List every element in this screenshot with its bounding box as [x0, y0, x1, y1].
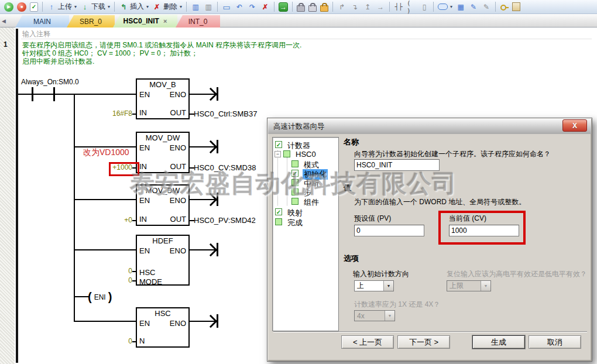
checkbox-checked[interactable]: ✓ [275, 141, 282, 148]
tab-sbr0[interactable]: SBR_0 [67, 15, 115, 28]
close-icon[interactable]: × [163, 18, 167, 25]
operand-value[interactable]: 0 [101, 267, 132, 275]
chevron-down-icon[interactable]: ▼ [383, 281, 393, 291]
checkbox-empty[interactable] [291, 198, 298, 205]
branch-down-icon: ↴ [350, 2, 359, 12]
contact-symbol[interactable] [32, 87, 33, 101]
insert-box-button[interactable]: ▯ [418, 1, 431, 13]
chevron-down-icon[interactable]: ▾ [146, 4, 149, 9]
insert-coil-button[interactable]: ( ) [405, 1, 418, 13]
tab-scroll-left-button[interactable]: ◀ [2, 18, 6, 24]
checkbox-checked[interactable]: ✓ [275, 208, 282, 215]
tab-main[interactable]: MAIN [15, 15, 69, 28]
delete-button[interactable]: ✗删除▾ [150, 1, 184, 13]
add-password-button[interactable] [318, 1, 330, 13]
close-icon: X [572, 122, 577, 130]
network-number: 1 [4, 40, 8, 49]
reset-combobox: 上限 ▼ [447, 280, 491, 291]
cancel-button[interactable]: 取消 [529, 335, 581, 349]
operand-value[interactable]: 16#F8 [101, 109, 132, 118]
tab-int0[interactable]: INT_0 [176, 15, 220, 28]
toolbar-separator [274, 2, 275, 12]
checkbox-empty[interactable] [291, 160, 298, 167]
pv-label: 预设值 (PV) [354, 214, 391, 224]
block-title: MOV_B [137, 80, 188, 89]
addressing-button[interactable]: ▾ [436, 1, 454, 13]
wire [74, 249, 136, 250]
chevron-down-icon[interactable]: ▾ [74, 4, 77, 9]
chevron-down-icon[interactable]: ▾ [450, 4, 452, 9]
pou-blue-button[interactable]: ▥ [189, 1, 202, 13]
operand-value[interactable]: 0 [101, 276, 132, 284]
pou-gray-button[interactable]: ▥ [202, 1, 215, 13]
redo-button[interactable]: ↷ [246, 1, 259, 13]
run-button[interactable]: ▶ [2, 1, 15, 13]
checkbox-checked[interactable]: ✓ [291, 170, 298, 177]
close-button[interactable]: X [562, 119, 587, 132]
insert-contact-button[interactable]: ┤├ [392, 1, 405, 13]
eni-coil[interactable]: ENI [88, 290, 112, 304]
operand-address[interactable]: HSC0_PV:SMD42 [194, 216, 256, 225]
line-right-button[interactable]: → [374, 1, 387, 13]
upload-button[interactable]: ↑上传▾ [45, 1, 78, 13]
instruction-block-movdw2[interactable]: MOV_DW EN ENO IN OUT [136, 184, 190, 226]
next-page-button[interactable]: 下一页 > [397, 335, 450, 349]
key-button[interactable] [498, 1, 510, 13]
checkbox-empty[interactable] [291, 188, 298, 195]
certificate-button[interactable] [510, 1, 522, 13]
pin-mode: MODE [139, 277, 162, 286]
toolbar-separator [389, 2, 390, 12]
tree-item-mapping[interactable]: 映射 [286, 208, 304, 218]
undo-button[interactable]: ↶ [233, 1, 246, 13]
contact-operand[interactable]: Always_On:SM0.0 [21, 78, 79, 86]
lock-button[interactable] [295, 1, 307, 13]
address-table-button[interactable]: ▦ [454, 1, 467, 13]
symbol-edit-button[interactable]: ✎ [467, 1, 480, 13]
instruction-block-hsc[interactable]: HSC EN ENO N [136, 307, 190, 348]
subroutine-name-input[interactable] [354, 159, 440, 171]
run-icon: ▶ [4, 2, 13, 12]
goto-button[interactable]: → [277, 1, 290, 13]
download-button[interactable]: ↓下载▾ [78, 1, 112, 13]
stop-button[interactable]: ■ [15, 1, 28, 13]
operand-address[interactable]: HSC0_Ctrl:SMB37 [194, 109, 257, 118]
branch-up-button[interactable]: ↱ [335, 1, 348, 13]
pv-input[interactable] [354, 225, 424, 236]
wire [18, 94, 136, 95]
tree-item-hsc0[interactable]: HSC0 [294, 150, 317, 159]
dialog-titlebar[interactable]: 高速计数器向导 [268, 119, 591, 134]
instruction-block-hdef[interactable]: HDEF EN ENO HSC MODE [136, 235, 190, 286]
insert-button[interactable]: ↰插入▾ [117, 1, 150, 13]
checkbox-empty[interactable] [291, 179, 298, 186]
operand-value[interactable]: +0 [101, 216, 132, 224]
coil-label: ENI [94, 293, 106, 301]
new-network-button[interactable]: ▭ [220, 1, 233, 13]
branch-down-button[interactable]: ↴ [348, 1, 361, 13]
contact-symbol[interactable] [53, 87, 55, 101]
delete-network-button[interactable]: ✗ [259, 1, 272, 13]
operand-address[interactable]: HSC0_CV:SMD38 [194, 163, 256, 172]
chevron-down-icon[interactable]: ▾ [108, 4, 110, 9]
checkbox-empty[interactable] [283, 150, 290, 157]
tree-item-component[interactable]: 组件 [303, 197, 320, 208]
checkbox-empty[interactable] [275, 218, 282, 225]
instruction-block-movdw1[interactable]: MOV_DW EN ENO IN OUT [136, 132, 190, 173]
direction-combobox[interactable]: 上 ▼ [354, 280, 394, 291]
instruction-block-movb[interactable]: MOV_B EN ENO IN OUT [136, 78, 190, 119]
edit-icon: ✎ [469, 2, 478, 12]
wizard-tree: ✓ 计数器 − HSC0 模式 ✓ 初始化 中断 步 组件 ✓ 映射 完成 [272, 137, 339, 331]
compile-button[interactable]: ✓ [28, 1, 40, 13]
unlock-button[interactable] [307, 1, 318, 13]
line-up-button[interactable]: ↥ [361, 1, 374, 13]
tab-hsc0-init[interactable]: HSC0_INIT× [113, 15, 177, 28]
tree-item-done[interactable]: 完成 [286, 218, 304, 228]
open-arrow-icon [204, 193, 218, 207]
chevron-down-icon[interactable]: ▾ [180, 4, 182, 9]
operand-value[interactable]: 0 [101, 337, 132, 345]
open-arrow-bar [217, 243, 218, 256]
symbol-edit2-button[interactable]: ✎ [480, 1, 493, 13]
network-comment[interactable]: 要在程序内启用该组态，请使用 SM0.1 或沿触发指令从 MAIN 程序块将该子… [22, 41, 301, 66]
generate-button[interactable]: 生成 [472, 335, 525, 349]
prev-page-button[interactable]: < 上一页 [341, 335, 394, 349]
collapse-icon[interactable]: − [275, 151, 281, 157]
